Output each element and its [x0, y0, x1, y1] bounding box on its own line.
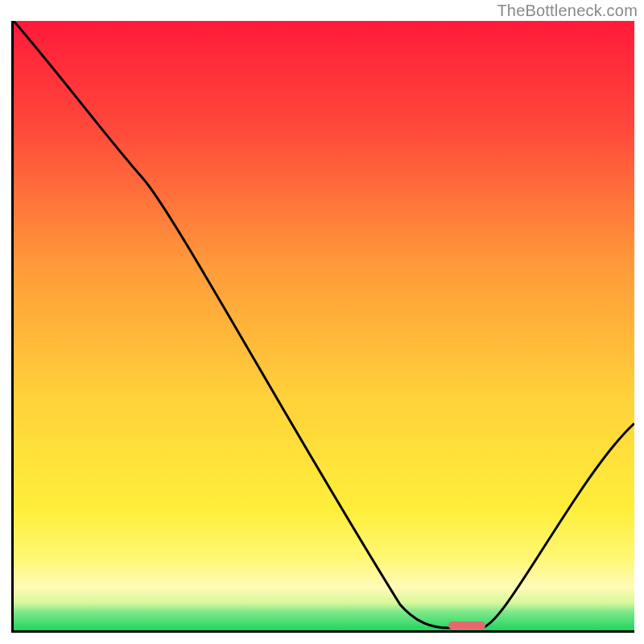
optimal-marker	[448, 621, 485, 630]
plot-area	[11, 21, 634, 633]
bottleneck-curve	[14, 21, 634, 630]
watermark-text: TheBottleneck.com	[497, 2, 638, 20]
curve-path	[14, 21, 634, 628]
chart-container: TheBottleneck.com	[0, 0, 644, 644]
